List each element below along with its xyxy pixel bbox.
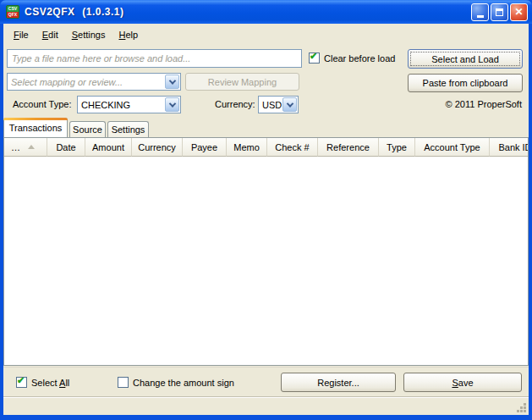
title-bar[interactable]: CSV QFX CSV2QFX (1.0.3.1) ✕ bbox=[0, 0, 532, 24]
save-button[interactable]: Save bbox=[403, 373, 522, 392]
window-title: CSV2QFX (1.0.3.1) bbox=[25, 6, 469, 18]
mapping-dropdown-button[interactable] bbox=[165, 75, 179, 89]
select-all-label[interactable]: Select All bbox=[31, 378, 69, 388]
check-icon: ✔ bbox=[310, 51, 317, 62]
account-type-dropdown-button[interactable] bbox=[165, 97, 179, 112]
change-amount-sign-label[interactable]: Change the amount sign bbox=[133, 378, 234, 388]
app-window: CSV QFX CSV2QFX (1.0.3.1) ✕ File Edit Se… bbox=[0, 0, 532, 420]
column-header-amount[interactable]: Amount bbox=[85, 138, 132, 157]
table-header-row: … Date Amount Currency Payee Memo Check … bbox=[4, 138, 528, 157]
column-header-payee[interactable]: Payee bbox=[183, 138, 227, 157]
app-icon-qfx-label: QFX bbox=[7, 12, 19, 18]
chevron-down-icon bbox=[168, 77, 175, 84]
column-header-type[interactable]: Type bbox=[379, 138, 415, 157]
tab-transactions[interactable]: Transactions bbox=[3, 118, 68, 137]
column-header-reference[interactable]: Reference bbox=[318, 138, 379, 157]
menu-file[interactable]: File bbox=[7, 28, 36, 41]
column-header-currency[interactable]: Currency bbox=[132, 138, 183, 157]
account-type-label: Account Type: bbox=[13, 99, 72, 109]
paste-from-clipboard-button[interactable]: Paste from clipboard bbox=[408, 74, 523, 92]
app-icon: CSV QFX bbox=[6, 5, 19, 19]
mapping-select-value: Select mapping or review... bbox=[11, 77, 180, 87]
chevron-down-icon bbox=[286, 100, 293, 107]
review-mapping-button[interactable]: Review Mapping bbox=[185, 73, 299, 91]
maximize-button[interactable] bbox=[491, 3, 508, 21]
minimize-icon bbox=[477, 15, 484, 18]
window-content: File Edit Settings Help ✔ Clear before l… bbox=[3, 24, 529, 415]
status-bar bbox=[3, 396, 529, 415]
clear-before-load-checkbox[interactable]: ✔ bbox=[309, 52, 320, 64]
select-all-checkbox[interactable]: ✔ bbox=[16, 377, 27, 388]
currency-select[interactable]: USD bbox=[258, 96, 299, 113]
change-amount-sign-checkbox[interactable]: ✔ bbox=[118, 377, 129, 388]
menu-help[interactable]: Help bbox=[112, 28, 145, 41]
menu-edit[interactable]: Edit bbox=[36, 28, 65, 41]
transactions-table: … Date Amount Currency Payee Memo Check … bbox=[3, 137, 529, 366]
currency-label: Currency: bbox=[215, 99, 255, 109]
resize-grip-icon[interactable] bbox=[524, 410, 526, 412]
column-header-select[interactable]: … bbox=[4, 138, 47, 157]
footer-divider bbox=[3, 367, 529, 368]
mapping-select[interactable]: Select mapping or review... bbox=[7, 73, 181, 91]
maximize-icon bbox=[496, 8, 503, 16]
sort-ascending-icon bbox=[28, 145, 35, 149]
chevron-down-icon bbox=[168, 100, 175, 107]
close-button[interactable]: ✕ bbox=[510, 3, 528, 21]
tab-settings[interactable]: Settings bbox=[107, 121, 149, 137]
column-header-memo[interactable]: Memo bbox=[227, 138, 267, 157]
menu-settings[interactable]: Settings bbox=[65, 28, 112, 41]
column-header-bank-id[interactable]: Bank ID bbox=[490, 138, 528, 157]
clear-before-load-label[interactable]: Clear before load bbox=[324, 53, 395, 64]
account-type-select[interactable]: CHECKING bbox=[77, 96, 181, 113]
select-and-load-button[interactable]: Select and Load bbox=[408, 49, 523, 69]
check-icon: ✔ bbox=[17, 375, 25, 386]
file-name-input[interactable] bbox=[7, 49, 302, 68]
currency-dropdown-button[interactable] bbox=[282, 97, 297, 112]
column-header-account-type[interactable]: Account Type bbox=[415, 138, 490, 157]
copyright-text: © 2011 ProperSoft bbox=[446, 99, 522, 109]
close-icon: ✕ bbox=[514, 6, 523, 18]
minimize-button[interactable] bbox=[471, 3, 489, 21]
tab-source[interactable]: Source bbox=[69, 121, 106, 137]
column-header-check-number[interactable]: Check # bbox=[267, 138, 318, 157]
menu-bar: File Edit Settings Help bbox=[7, 26, 145, 43]
app-icon-csv-label: CSV bbox=[7, 6, 19, 12]
register-button[interactable]: Register... bbox=[281, 373, 396, 392]
column-header-date[interactable]: Date bbox=[47, 138, 85, 157]
